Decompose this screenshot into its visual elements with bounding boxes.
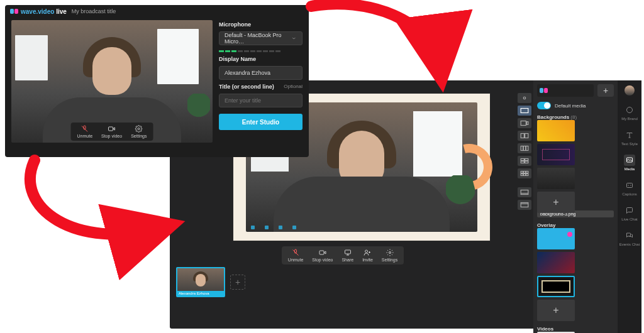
rail-text-style[interactable]: Text Style [621,129,638,146]
mic-off-icon [81,125,89,133]
share-icon [344,249,352,256]
participant-name: Alexandra Ezhova [177,291,224,296]
svg-rect-17 [521,161,524,163]
default-media-label: Default media [555,103,586,109]
svg-rect-13 [523,146,526,151]
brand-logo: wave.video live [10,8,67,15]
chevron-down-icon [291,35,297,41]
overlay-tile-2[interactable] [537,252,575,273]
svg-rect-21 [526,172,528,173]
unmute-button[interactable]: Unmute [77,125,93,138]
microphone-select[interactable]: Default - MacBook Pro Micro… [219,31,303,45]
background-tile-2[interactable] [537,144,575,165]
svg-rect-12 [521,146,523,151]
add-overlay-button[interactable]: + [537,300,575,321]
overlay-tile-frame[interactable] [537,276,575,297]
svg-rect-19 [521,172,523,173]
mic-off-icon [292,249,299,256]
rail-live-chat[interactable]: Live Chat [621,205,637,221]
svg-rect-8 [521,121,526,126]
right-rail: My Brand Text Style Media Captions Live … [618,80,641,333]
add-background-button[interactable]: + [537,192,575,213]
unmute-button[interactable]: Unmute [288,249,304,262]
svg-rect-7 [521,109,528,113]
rail-captions[interactable]: Captions [622,180,637,196]
stop-video-button[interactable]: Stop video [312,249,333,262]
layout-2up-button[interactable] [518,131,531,141]
overlay-title: Overlay [537,222,614,228]
brand-select[interactable] [537,84,594,97]
invite-button[interactable]: Invite [362,249,373,262]
background-tile-1[interactable] [537,120,575,141]
media-panel: + Default media Backgrounds (8) + backgr… [533,80,618,333]
add-participant-button[interactable]: + [230,275,245,290]
layout-ticker-button[interactable] [518,200,531,210]
layout-4up-button[interactable] [518,156,531,166]
svg-rect-23 [523,174,526,176]
microphone-label: Microphone [219,21,303,28]
title-optional-badge: Optional [284,84,303,89]
media-icon [626,156,633,164]
enter-studio-button[interactable]: Enter Studio [219,114,303,130]
rail-my-brand[interactable]: My Brand [621,104,638,121]
display-name-label: Display Name [219,56,303,62]
preview-toolbar: Unmute Stop video Settings [71,123,153,141]
layout-single-button[interactable] [518,93,531,103]
svg-rect-11 [525,134,528,138]
brand-mark-icon [540,88,548,93]
layout-side-button[interactable] [518,118,531,128]
settings-button[interactable]: Settings [131,125,147,138]
backgrounds-title: Backgrounds (8) [537,114,614,120]
svg-rect-2 [319,251,324,254]
svg-rect-0 [109,127,113,131]
broadcast-title: My broadcast title [72,8,116,14]
camera-icon [319,249,326,256]
gear-icon [135,125,143,133]
title-field[interactable] [219,94,303,107]
title-label: Title (or second line) Optional [219,84,303,90]
svg-rect-24 [526,174,528,176]
svg-rect-10 [521,134,524,138]
svg-rect-9 [527,122,528,125]
text-style-icon [626,131,633,139]
svg-rect-14 [526,146,528,151]
brand-mark-icon [10,9,18,14]
share-button[interactable]: Share [341,249,353,262]
gear-icon [386,249,394,256]
svg-point-27 [627,107,633,113]
svg-rect-3 [345,250,350,254]
svg-rect-18 [525,161,528,163]
brand-text: wave.video [21,8,54,15]
overlay-dots-icon [251,226,296,229]
participant-thumb[interactable]: Alexandra Ezhova [176,267,225,297]
svg-rect-20 [523,172,526,173]
display-name-field[interactable] [219,66,303,80]
layout-3up-button[interactable] [518,143,531,153]
svg-rect-22 [521,174,523,176]
svg-rect-15 [521,159,524,161]
svg-point-6 [523,97,526,99]
svg-rect-26 [521,203,528,207]
add-brand-button[interactable]: + [597,84,614,97]
svg-point-1 [138,128,140,130]
stage-toolbar: Unmute Stop video Share Invite Settings [282,246,404,265]
settings-button[interactable]: Settings [382,249,397,262]
user-avatar[interactable] [625,85,635,96]
setup-header: wave.video live My broadcast title [5,5,309,18]
brand-icon [626,106,633,114]
user-plus-icon [364,249,371,256]
title-input[interactable] [225,97,297,104]
layout-full-button[interactable] [518,106,531,116]
stop-video-button[interactable]: Stop video [101,125,122,138]
layout-6up-button[interactable] [518,168,531,178]
layout-banner-button[interactable] [518,187,531,197]
overlay-tile-1[interactable] [537,228,575,249]
background-tile-3[interactable] [537,168,575,189]
display-name-input[interactable] [225,70,297,76]
rail-events-chat[interactable]: Events Chat [619,230,640,246]
captions-icon [626,182,633,189]
chat-icon [626,207,633,214]
rail-media[interactable]: Media [624,155,635,171]
default-media-toggle[interactable] [537,102,551,109]
svg-rect-25 [521,190,528,195]
